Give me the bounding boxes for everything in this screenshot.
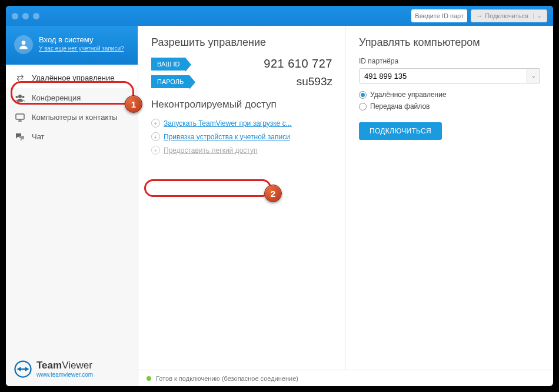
svg-rect-10 <box>21 368 26 369</box>
titlebar-connect-button[interactable]: ↔ Подключиться ⌄ <box>471 9 547 22</box>
swap-icon: ↔ <box>476 12 483 19</box>
radio-remote-control[interactable]: Удалённое управление <box>359 91 540 99</box>
svg-point-3 <box>22 96 25 98</box>
annotation-badge-2: 2 <box>264 185 282 202</box>
svg-rect-4 <box>16 114 24 119</box>
sidebar-footer: TeamViewer www.teamviewer.com <box>6 351 138 386</box>
swap-arrows-icon: ⇄ <box>14 72 26 83</box>
monitor-icon <box>14 113 26 122</box>
sidebar-login-header[interactable]: Вход в систему У вас еще нет учетной зап… <box>6 26 138 65</box>
unattended-heading: Неконтролируемый доступ <box>151 99 332 110</box>
annotation-badge-1: 1 <box>125 95 142 113</box>
brand-name: TeamViewer <box>36 360 93 371</box>
sidebar-nav: ⇄ Удалённое управление Конференция Компь… <box>6 65 138 146</box>
svg-point-2 <box>16 96 18 98</box>
control-heading: Управлять компьютером <box>359 36 540 49</box>
status-text: Готов к подключению (безопасное соединен… <box>156 375 298 382</box>
app-window: ↔ Подключиться ⌄ Вход в систему У вас ещ… <box>6 6 553 386</box>
partner-id-label: ID партнёра <box>359 57 540 65</box>
svg-point-0 <box>22 41 26 45</box>
status-bar: Готов к подключению (безопасное соединен… <box>138 370 553 386</box>
unattended-link-label[interactable]: Предоставить легкий доступ <box>164 146 257 155</box>
control-computer-panel: Управлять компьютером ID партнёра ⌄ Удал… <box>346 26 553 370</box>
unattended-link-assign-account[interactable]: + Привязка устройства к учетной записи <box>151 130 332 143</box>
radio-file-transfer[interactable]: Передача файлов <box>359 102 540 110</box>
partner-id-input[interactable] <box>359 68 527 83</box>
chevron-down-icon[interactable]: ⌄ <box>533 13 542 19</box>
status-indicator-icon <box>147 376 151 381</box>
close-icon[interactable] <box>12 13 18 19</box>
password-row: ПАРОЛЬ su593z <box>151 75 332 88</box>
radio-icon <box>359 103 367 110</box>
unattended-link-easy-access[interactable]: + Предоставить легкий доступ <box>151 143 332 157</box>
connect-button[interactable]: ПОДКЛЮЧИТЬСЯ <box>359 122 442 140</box>
login-subtitle-link[interactable]: У вас еще нет учетной записи? <box>39 45 124 52</box>
svg-marker-9 <box>25 367 29 371</box>
brand-block: TeamViewer www.teamviewer.com <box>36 360 93 378</box>
partner-id-dropdown[interactable]: ⌄ <box>527 68 540 83</box>
titlebar: ↔ Подключиться ⌄ <box>6 6 553 26</box>
chevron-down-icon: ⌄ <box>531 73 536 79</box>
sidebar-item-label: Конференция <box>32 93 81 102</box>
sidebar-item-meeting[interactable]: Конференция <box>6 88 138 108</box>
svg-marker-8 <box>17 367 21 371</box>
sidebar-item-chat[interactable]: Чат <box>6 127 138 146</box>
person-icon <box>18 39 29 51</box>
sidebar-item-remote-control[interactable]: ⇄ Удалённое управление <box>6 67 138 88</box>
people-icon <box>14 94 26 102</box>
unattended-link-start-with-system[interactable]: + Запускать TeamViewer при загрузке с... <box>151 116 332 130</box>
minimize-icon[interactable] <box>22 13 29 19</box>
radio-icon <box>359 91 367 99</box>
teamviewer-logo-icon <box>14 360 32 378</box>
login-text-block: Вход в систему У вас еще нет учетной зап… <box>39 35 124 52</box>
unattended-link-label[interactable]: Привязка устройства к учетной записи <box>164 133 290 141</box>
maximize-icon[interactable] <box>33 13 39 19</box>
annotation-highlight-2 <box>144 179 271 197</box>
sidebar-item-label: Чат <box>32 132 45 141</box>
login-title: Вход в систему <box>39 35 124 44</box>
plus-circle-icon: + <box>151 132 160 141</box>
allow-heading: Разрешить управление <box>151 36 332 49</box>
your-id-row: ВАШ ID 921 610 727 <box>151 57 332 71</box>
your-id-value: 921 610 727 <box>264 57 332 71</box>
password-value: su593z <box>297 75 332 88</box>
partner-id-input-wrap: ⌄ <box>359 68 540 83</box>
main-columns: Разрешить управление ВАШ ID 921 610 727 … <box>138 26 553 370</box>
svg-point-1 <box>18 95 22 98</box>
radio-label: Передача файлов <box>370 102 430 110</box>
unattended-link-label[interactable]: Запускать TeamViewer при загрузке с... <box>164 119 292 128</box>
radio-label: Удалённое управление <box>370 91 447 99</box>
plus-circle-icon: + <box>151 146 160 155</box>
titlebar-connect-label: Подключиться <box>485 12 528 19</box>
main-area: Разрешить управление ВАШ ID 921 610 727 … <box>138 26 553 386</box>
plus-circle-icon: + <box>151 119 160 128</box>
main-body: Вход в систему У вас еще нет учетной зап… <box>6 26 553 386</box>
sidebar-item-label: Удалённое управление <box>32 73 114 82</box>
sidebar-item-label: Компьютеры и контакты <box>32 113 118 122</box>
avatar <box>14 35 33 54</box>
chat-icon <box>14 133 26 141</box>
brand-url-link[interactable]: www.teamviewer.com <box>36 371 93 378</box>
your-id-tag: ВАШ ID <box>151 58 185 71</box>
sidebar-item-computers-contacts[interactable]: Компьютеры и контакты <box>6 108 138 127</box>
titlebar-partner-id-input[interactable] <box>411 9 467 22</box>
allow-control-panel: Разрешить управление ВАШ ID 921 610 727 … <box>138 26 346 370</box>
sidebar: Вход в систему У вас еще нет учетной зап… <box>6 26 138 386</box>
password-tag: ПАРОЛЬ <box>151 75 189 88</box>
